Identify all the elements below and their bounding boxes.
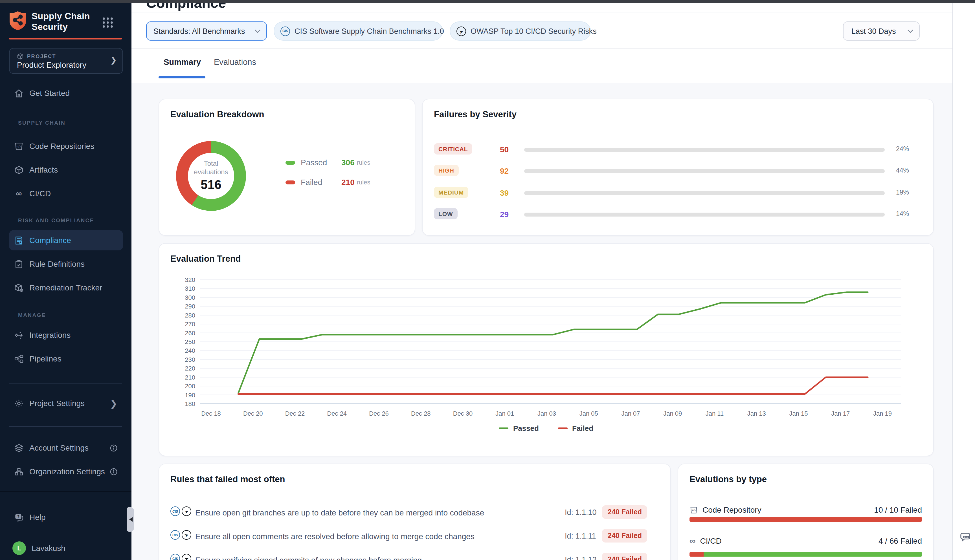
- severity-badge: LOW: [434, 208, 457, 219]
- svg-text:</>: </>: [692, 508, 696, 512]
- svg-text:Jan 13: Jan 13: [747, 410, 766, 417]
- rule-row[interactable]: CIS ➤ Ensure verifying signed commits of…: [159, 552, 670, 560]
- sidebar-footer-divider: [0, 491, 132, 492]
- severity-percent: 44%: [896, 167, 909, 174]
- rule-row[interactable]: CIS ➤ Ensure open git branches are up to…: [159, 505, 670, 522]
- sidebar-user[interactable]: L Lavakush: [9, 538, 123, 558]
- svg-text:Jan 09: Jan 09: [663, 410, 682, 417]
- card-evaluation-trend: Evaluation Trend 18019020021022023024025…: [159, 243, 934, 456]
- card-title: Failures by Severity: [434, 109, 517, 120]
- standards-filter-select[interactable]: Standards: All Benchmarks: [146, 22, 267, 41]
- sidebar-item-organization-settings[interactable]: Organization Settings: [9, 461, 123, 482]
- svg-text:</>: </>: [17, 144, 22, 148]
- sidebar-item-help[interactable]: ? Help: [9, 507, 123, 527]
- rule-standard-icons: CIS ➤: [170, 554, 191, 560]
- legend-failed: Failed: [558, 424, 593, 433]
- type-row-code-repository: </> Code Repository 10 / 10 Failed: [690, 504, 922, 515]
- svg-text:250: 250: [185, 338, 195, 345]
- code-repository-icon: </>: [690, 506, 698, 514]
- tab-summary[interactable]: Summary: [164, 58, 201, 67]
- sidebar-item-get-started[interactable]: Get Started: [9, 83, 123, 103]
- support-chat-icon[interactable]: [959, 531, 973, 544]
- passed-legend-swatch: [285, 160, 295, 164]
- sidebar-item-project-settings[interactable]: Project Settings ❯: [9, 393, 123, 413]
- svg-text:Jan 05: Jan 05: [579, 410, 598, 417]
- sidebar-item-account-settings[interactable]: Account Settings: [9, 438, 123, 458]
- sidebar-item-cicd[interactable]: ∞ CI/CD: [9, 183, 123, 203]
- rule-standard-icons: CIS ➤: [170, 530, 191, 540]
- project-name: Product Exploratory: [17, 60, 86, 69]
- svg-text:Dec 18: Dec 18: [201, 410, 221, 417]
- chevron-down-icon: [907, 29, 913, 33]
- sidebar-item-integrations[interactable]: Integrations: [9, 325, 123, 345]
- severity-row-low: LOW 29 14%: [434, 208, 922, 222]
- sidebar-item-remediation-tracker[interactable]: Remediation Tracker: [9, 277, 123, 298]
- severity-bar: [524, 213, 885, 217]
- brand: Supply Chain Security: [9, 11, 90, 32]
- project-selector[interactable]: PROJECT Product Exploratory ❯: [9, 48, 123, 74]
- severity-row-high: HIGH 92 44%: [434, 164, 922, 178]
- total-evaluations-value: 516: [200, 178, 221, 192]
- layers-gear-icon: [14, 443, 24, 453]
- document-search-icon: [14, 235, 24, 245]
- svg-text:210: 210: [185, 374, 195, 381]
- svg-text:290: 290: [185, 303, 195, 310]
- svg-text:310: 310: [185, 285, 195, 292]
- svg-text:230: 230: [185, 356, 195, 363]
- sidebar-item-code-repositories[interactable]: </> Code Repositories: [9, 136, 123, 156]
- rule-id: Id: 1.1.12: [565, 555, 597, 560]
- svg-text:Jan 19: Jan 19: [873, 410, 892, 417]
- sidebar-item-artifacts[interactable]: Artifacts: [9, 160, 123, 180]
- svg-text:Jan 03: Jan 03: [538, 410, 556, 417]
- chevron-down-icon: [254, 29, 260, 33]
- legend-passed: Passed 306 rules: [285, 157, 370, 168]
- box-wrench-icon: [14, 283, 24, 292]
- scrollbar-gutter[interactable]: [952, 3, 975, 560]
- severity-percent: 19%: [896, 189, 909, 196]
- svg-text:Jan 17: Jan 17: [831, 410, 850, 417]
- svg-text:180: 180: [185, 400, 195, 407]
- help-chat-icon: ?: [14, 512, 24, 522]
- integrations-icon: [14, 330, 24, 340]
- svg-text:Dec 24: Dec 24: [327, 410, 347, 417]
- severity-bar: [524, 169, 885, 173]
- severity-row-medium: MEDIUM 39 19%: [434, 186, 922, 200]
- info-icon[interactable]: [110, 468, 117, 475]
- sidebar-item-compliance[interactable]: Compliance: [9, 230, 123, 250]
- svg-text:260: 260: [185, 330, 195, 337]
- rule-row[interactable]: CIS ➤ Ensure all open comments are resol…: [159, 528, 670, 545]
- type-row-cicd: ∞ CI/CD 4 / 66 Failed: [690, 535, 922, 547]
- header-divider: [132, 48, 952, 49]
- code-repository-icon: </>: [14, 141, 24, 151]
- project-label: PROJECT: [27, 53, 56, 59]
- type-failed-ratio: 10 / 10 Failed: [874, 505, 922, 514]
- sidebar-item-pipelines[interactable]: Pipelines: [9, 348, 123, 369]
- chevron-right-icon: ❯: [110, 55, 117, 64]
- date-range-select[interactable]: Last 30 Days: [843, 22, 920, 41]
- benchmark-chip-owasp[interactable]: ➤ OWASP Top 10 CI/CD Security Risks: [450, 22, 591, 41]
- sidebar-collapse-handle[interactable]: [127, 507, 134, 532]
- donut-center-label: Total evaluations 516: [176, 141, 246, 211]
- sidebar-item-rule-definitions[interactable]: Rule Definitions: [9, 254, 123, 274]
- avatar: L: [12, 542, 26, 555]
- svg-text:Jan 01: Jan 01: [496, 410, 514, 417]
- sidebar: Supply Chain Security PROJECT Produ: [0, 3, 132, 560]
- card-title: Evalutions by type: [690, 474, 767, 485]
- section-supply-chain: SUPPLY CHAIN: [18, 120, 65, 126]
- gear-icon: [14, 398, 24, 408]
- svg-text:200: 200: [185, 383, 195, 390]
- card-evaluations-by-type: Evalutions by type </> Code Repository 1…: [678, 463, 934, 560]
- severity-count: 50: [500, 145, 509, 154]
- tab-evaluations[interactable]: Evaluations: [214, 58, 256, 67]
- severity-count: 29: [500, 210, 509, 219]
- window-chrome-strip: [0, 0, 975, 3]
- project-cube-icon: [17, 53, 24, 60]
- svg-text:320: 320: [185, 276, 195, 283]
- info-icon[interactable]: [110, 444, 117, 452]
- legend-passed: Passed: [499, 424, 539, 433]
- org-tree-gear-icon: [14, 467, 24, 476]
- apps-grid-icon[interactable]: [102, 17, 114, 29]
- severity-percent: 14%: [896, 210, 909, 217]
- svg-text:Jan 11: Jan 11: [706, 410, 724, 417]
- benchmark-chip-cis[interactable]: CIS CIS Software Supply Chain Benchmarks…: [274, 22, 443, 41]
